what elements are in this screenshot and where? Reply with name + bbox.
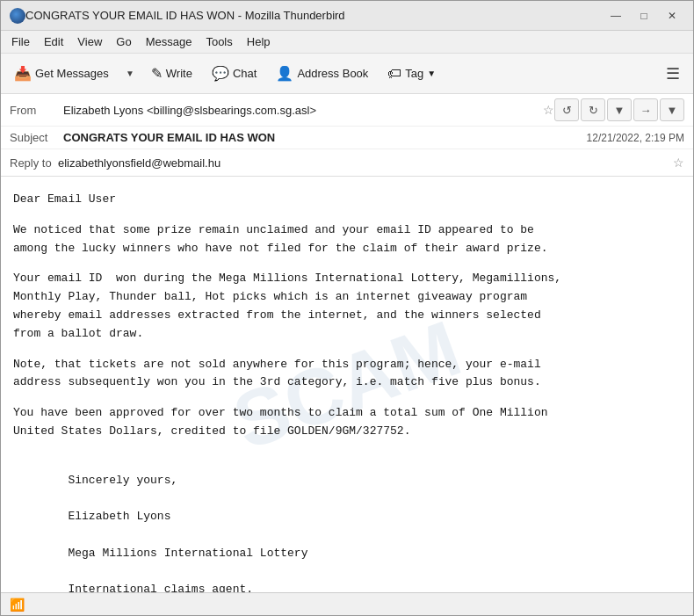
window-controls: ― □ ✕ <box>604 6 684 25</box>
chat-icon: 💬 <box>212 65 229 82</box>
subject-left: Subject CONGRATS YOUR EMAIL ID HAS WON <box>10 131 580 144</box>
email-content: Dear Email User We noticed that some pri… <box>13 191 681 592</box>
tag-button[interactable]: 🏷 Tag ▼ <box>380 59 444 89</box>
get-messages-icon: 📥 <box>14 65 32 82</box>
get-messages-dropdown[interactable]: ▼ <box>120 59 140 89</box>
toolbar: 📥 Get Messages ▼ ✎ Write 💬 Chat 👤 Addres… <box>1 54 693 94</box>
write-label: Write <box>166 67 192 80</box>
from-row: From Elizabeth Lyons <billing@slsbearing… <box>1 94 693 127</box>
write-button[interactable]: ✎ Write <box>143 59 200 89</box>
title-bar: CONGRATS YOUR EMAIL ID HAS WON - Mozilla… <box>1 1 693 31</box>
tag-dropdown-icon: ▼ <box>427 69 436 78</box>
email-body: SCAM Dear Email User We noticed that som… <box>1 177 693 592</box>
status-audio-icon: 📶 <box>10 598 25 612</box>
address-book-label: Address Book <box>297 67 368 80</box>
main-window: CONGRATS YOUR EMAIL ID HAS WON - Mozilla… <box>0 0 694 616</box>
from-label: From <box>10 104 58 117</box>
body-para1: We noticed that some prize remain unclai… <box>13 221 681 258</box>
from-left: From Elizabeth Lyons <billing@slsbearing… <box>10 103 554 117</box>
subject-row: Subject CONGRATS YOUR EMAIL ID HAS WON 1… <box>1 127 693 149</box>
tag-icon: 🏷 <box>387 66 401 82</box>
address-book-button[interactable]: 👤 Address Book <box>268 59 376 89</box>
more-actions-button[interactable]: ▼ <box>660 98 684 121</box>
menu-help[interactable]: Help <box>240 33 278 50</box>
reply-all-button[interactable]: ↻ <box>581 98 605 121</box>
replyto-star-icon[interactable]: ☆ <box>673 156 684 170</box>
menu-edit[interactable]: Edit <box>37 33 70 50</box>
app-logo <box>10 8 25 24</box>
get-messages-button[interactable]: 📥 Get Messages <box>6 59 117 89</box>
hamburger-menu-button[interactable]: ☰ <box>658 59 688 89</box>
date-value: 12/21/2022, 2:19 PM <box>587 132 684 144</box>
replyto-value: elizabethlyonsfield@webmail.hu <box>58 156 673 170</box>
nav-buttons: ↺ ↻ ▼ → ▼ <box>554 98 684 121</box>
nav-down-button[interactable]: ▼ <box>607 98 632 121</box>
write-icon: ✎ <box>151 65 163 82</box>
status-bar: 📶 <box>1 592 693 615</box>
maximize-button[interactable]: □ <box>632 6 656 25</box>
from-star-icon[interactable]: ☆ <box>543 103 554 117</box>
menu-file[interactable]: File <box>4 33 37 50</box>
body-greeting: Dear Email User <box>13 191 681 209</box>
body-para4: You have been approved for over two mont… <box>13 404 681 441</box>
menu-message[interactable]: Message <box>139 33 199 50</box>
menu-view[interactable]: View <box>70 33 109 50</box>
menu-tools[interactable]: Tools <box>199 33 239 50</box>
chat-label: Chat <box>233 67 257 80</box>
body-para3: Note, that tickets are not sold anywhere… <box>13 356 681 393</box>
subject-label: Subject <box>10 131 58 144</box>
from-value: Elizabeth Lyons <billing@slsbearings.com… <box>63 104 538 117</box>
menu-go[interactable]: Go <box>109 33 138 50</box>
tag-label: Tag <box>405 67 423 80</box>
forward-button[interactable]: → <box>633 98 658 121</box>
minimize-button[interactable]: ― <box>604 6 628 25</box>
close-button[interactable]: ✕ <box>660 6 684 25</box>
replyto-row: Reply to elizabethlyonsfield@webmail.hu … <box>1 149 693 176</box>
get-messages-label: Get Messages <box>35 67 109 80</box>
replyto-label: Reply to <box>10 156 58 170</box>
window-title: CONGRATS YOUR EMAIL ID HAS WON - Mozilla… <box>25 9 604 22</box>
address-book-icon: 👤 <box>276 65 293 82</box>
reply-button[interactable]: ↺ <box>554 98 579 121</box>
menu-bar: File Edit View Go Message Tools Help <box>1 31 693 54</box>
email-header: From Elizabeth Lyons <billing@slsbearing… <box>1 94 693 177</box>
body-signature: Sincerely yours, Elizabeth Lyons Mega Mi… <box>13 453 681 592</box>
body-para2: Your email ID won during the Mega Millio… <box>13 270 681 343</box>
chat-button[interactable]: 💬 Chat <box>204 59 264 89</box>
subject-value: CONGRATS YOUR EMAIL ID HAS WON <box>63 131 580 144</box>
